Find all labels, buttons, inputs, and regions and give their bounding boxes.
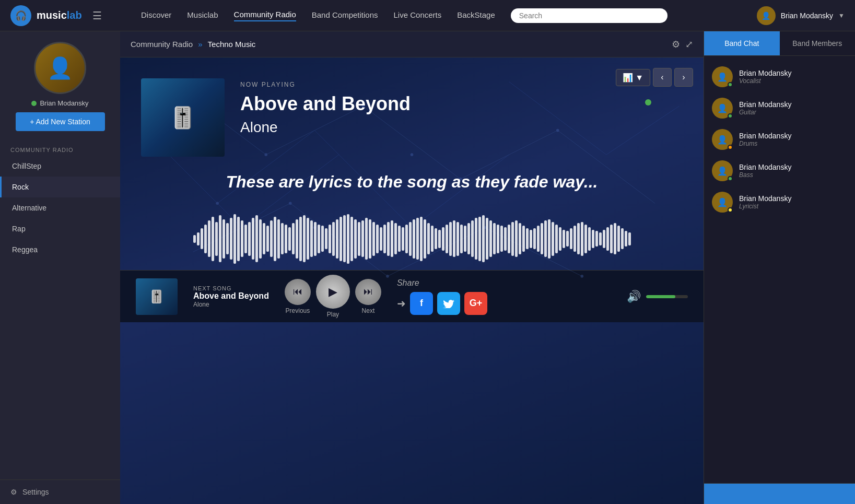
player-area: 📊 ▼ ‹ › 🎚️ NOW PLAYING Above and Beyond … bbox=[120, 57, 704, 504]
waveform-bar bbox=[548, 219, 551, 259]
member-item[interactable]: 👤 Brian Modansky Drums bbox=[704, 124, 855, 155]
nav-band-competitions[interactable]: Band Competitions bbox=[312, 10, 378, 21]
sidebar-item-chillstep[interactable]: ChillStep bbox=[0, 156, 120, 177]
lyrics-text: These are lyrics to the song as they fad… bbox=[136, 172, 688, 192]
user-dropdown-arrow[interactable]: ▼ bbox=[838, 12, 845, 19]
sidebar-item-reggea[interactable]: Reggea bbox=[0, 239, 120, 260]
waveform-bar bbox=[464, 226, 466, 252]
waveform-bar bbox=[416, 218, 419, 260]
breadcrumb-current: Techno Music bbox=[208, 40, 256, 49]
waveform-bar bbox=[500, 226, 503, 252]
online-dot bbox=[31, 101, 37, 106]
waveform-bar bbox=[204, 225, 207, 253]
waveform-bar bbox=[296, 219, 298, 259]
member-role: Guitar bbox=[739, 109, 791, 116]
logo-icon: 🎧 bbox=[10, 5, 31, 26]
tab-band-members[interactable]: Band Members bbox=[780, 31, 856, 55]
waveform-bar bbox=[544, 220, 547, 257]
waveform-bar bbox=[263, 223, 265, 254]
waveform-bar bbox=[486, 218, 488, 260]
add-station-button[interactable]: + Add New Station bbox=[16, 112, 105, 131]
waveform-bar bbox=[270, 220, 273, 257]
tab-band-chat[interactable]: Band Chat bbox=[704, 31, 780, 55]
waveform-bar bbox=[222, 219, 225, 259]
waveform-bar bbox=[201, 228, 203, 249]
waveform-bar bbox=[588, 227, 591, 251]
sidebar-item-alternative[interactable]: Alternative bbox=[0, 197, 120, 218]
waveform-bar bbox=[413, 219, 415, 259]
waveform-bar bbox=[307, 218, 309, 260]
waveform-bar bbox=[398, 226, 401, 252]
waveform-bar bbox=[570, 228, 572, 249]
sidebar-item-rock[interactable]: Rock bbox=[0, 177, 120, 197]
settings-icon-btn[interactable]: ⚙ bbox=[672, 39, 680, 50]
member-info: Brian Modansky Lyricist bbox=[739, 194, 791, 210]
prev-arrow-btn[interactable]: ‹ bbox=[653, 68, 672, 87]
waveform-bar bbox=[321, 226, 324, 252]
svg-point-27 bbox=[580, 275, 583, 278]
member-name: Brian Modansky bbox=[739, 69, 791, 77]
waveform-bar bbox=[438, 230, 441, 248]
waveform-bar bbox=[329, 225, 331, 253]
waveform-bar bbox=[299, 217, 302, 261]
waveform-bar bbox=[478, 217, 481, 261]
waveform-bar bbox=[621, 228, 624, 249]
waveform-bar bbox=[376, 225, 379, 253]
member-name: Brian Modansky bbox=[739, 163, 791, 171]
member-info: Brian Modansky Guitar bbox=[739, 100, 791, 116]
right-sidebar-bottom bbox=[704, 483, 855, 504]
nav-community-radio[interactable]: Community Radio bbox=[234, 10, 296, 21]
expand-icon-btn[interactable]: ⤢ bbox=[685, 39, 693, 50]
member-name: Brian Modansky bbox=[739, 194, 791, 203]
right-sidebar: Band Chat Band Members 👤 Brian Modansky … bbox=[704, 31, 855, 504]
waveform-bar bbox=[592, 230, 594, 248]
settings-icon: ⚙ bbox=[10, 488, 17, 496]
waveform-bar bbox=[431, 226, 434, 252]
waveform-bar bbox=[456, 222, 459, 256]
user-name: Brian Modansky bbox=[781, 11, 833, 20]
settings-item[interactable]: ⚙ Settings bbox=[0, 479, 120, 504]
member-status-dot bbox=[728, 82, 733, 87]
waveform-bar bbox=[504, 227, 507, 251]
member-item[interactable]: 👤 Brian Modansky Guitar bbox=[704, 92, 855, 124]
waveform-bar bbox=[361, 220, 364, 257]
waveform-bar bbox=[628, 232, 631, 245]
search-input[interactable] bbox=[511, 8, 667, 23]
waveform-bar bbox=[409, 222, 412, 256]
waveform-bar bbox=[614, 223, 616, 254]
nav-live-concerts[interactable]: Live Concerts bbox=[394, 10, 442, 21]
next-arrow-btn[interactable]: › bbox=[674, 68, 693, 87]
thumb-inner: 🎚️ bbox=[141, 78, 225, 157]
waveform-bar bbox=[244, 225, 247, 253]
breadcrumb-root[interactable]: Community Radio bbox=[131, 40, 193, 49]
waveform-bar bbox=[285, 225, 287, 253]
hamburger-icon[interactable]: ☰ bbox=[92, 9, 102, 22]
sidebar-item-rap[interactable]: Rap bbox=[0, 218, 120, 239]
member-role: Drums bbox=[739, 140, 791, 147]
nav-backstage[interactable]: BackStage bbox=[457, 10, 495, 21]
top-nav: 🎧 musiclab ☰ Discover Musiclab Community… bbox=[0, 0, 855, 31]
waveform-bar bbox=[365, 218, 368, 260]
waveform-bar bbox=[515, 220, 518, 257]
sidebar-profile: 👤 Brian Modansky + Add New Station bbox=[0, 31, 120, 142]
nav-arrows: 📊 ▼ ‹ › bbox=[616, 68, 693, 87]
waveform-bar bbox=[522, 226, 525, 252]
waveform-bar bbox=[552, 222, 554, 256]
band-members-list: 👤 Brian Modansky Vocalist 👤 Brian Modans… bbox=[704, 56, 855, 483]
logo-area: 🎧 musiclab ☰ bbox=[10, 5, 125, 26]
member-item[interactable]: 👤 Brian Modansky Lyricist bbox=[704, 186, 855, 218]
member-avatar: 👤 bbox=[712, 129, 733, 150]
nav-discover[interactable]: Discover bbox=[141, 10, 171, 21]
member-item[interactable]: 👤 Brian Modansky Vocalist bbox=[704, 61, 855, 92]
member-avatar: 👤 bbox=[712, 98, 733, 119]
member-avatar: 👤 bbox=[712, 160, 733, 181]
nav-musiclab[interactable]: Musiclab bbox=[187, 10, 218, 21]
waveform-bar bbox=[215, 222, 218, 256]
waveform-bar bbox=[489, 220, 492, 257]
waveform-bar bbox=[555, 225, 558, 253]
member-item[interactable]: 👤 Brian Modansky Bass bbox=[704, 155, 855, 186]
nav-links: Discover Musiclab Community Radio Band C… bbox=[141, 8, 746, 23]
waveform-bar bbox=[453, 220, 455, 257]
chart-button[interactable]: 📊 ▼ bbox=[616, 69, 650, 86]
now-playing-info: NOW PLAYING Above and Beyond Alone bbox=[240, 78, 411, 136]
